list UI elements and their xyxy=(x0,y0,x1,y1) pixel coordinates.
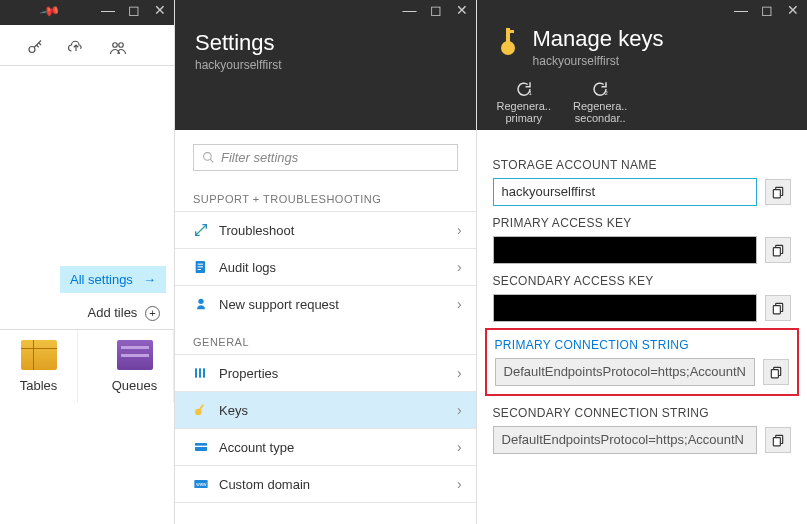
row-keys[interactable]: Keys › xyxy=(175,391,476,428)
section-header-general: GENERAL xyxy=(175,322,476,354)
tables-icon xyxy=(21,340,57,370)
account-type-icon xyxy=(193,439,209,455)
blade-title: Manage keys xyxy=(533,26,664,52)
troubleshoot-icon xyxy=(193,222,209,238)
chevron-right-icon: › xyxy=(457,259,462,275)
chevron-right-icon: › xyxy=(457,476,462,492)
highlighted-region: PRIMARY CONNECTION STRING DefaultEndpoin… xyxy=(485,328,799,396)
key-icon xyxy=(495,26,521,59)
svg-rect-26 xyxy=(773,248,780,256)
chevron-right-icon: › xyxy=(457,402,462,418)
key-icon[interactable] xyxy=(24,39,46,57)
maximize-icon[interactable]: ◻ xyxy=(428,2,444,18)
row-audit-logs[interactable]: Audit logs › xyxy=(175,248,476,285)
plus-icon: + xyxy=(145,306,160,321)
svg-rect-6 xyxy=(198,266,203,267)
copy-button[interactable] xyxy=(765,295,791,321)
blade-subtitle: hackyourselffirst xyxy=(175,56,476,72)
svg-point-0 xyxy=(29,47,35,53)
tile-label: Tables xyxy=(4,378,73,393)
settings-blade: — ◻ ✕ Settings hackyourselffirst Filter … xyxy=(175,0,477,524)
filter-input[interactable]: Filter settings xyxy=(193,144,458,171)
close-icon[interactable]: ✕ xyxy=(454,2,470,18)
tiles-row: Tables Queues xyxy=(0,329,174,403)
svg-rect-32 xyxy=(773,438,780,446)
tile-queues[interactable]: Queues xyxy=(96,330,174,403)
properties-icon xyxy=(193,365,209,381)
row-properties[interactable]: Properties › xyxy=(175,354,476,391)
maximize-icon[interactable]: ◻ xyxy=(759,2,775,18)
audit-logs-icon xyxy=(193,259,209,275)
svg-point-3 xyxy=(204,153,212,161)
copy-button[interactable] xyxy=(765,237,791,263)
svg-rect-28 xyxy=(773,306,780,314)
svg-rect-30 xyxy=(771,370,778,378)
cloud-icon[interactable] xyxy=(64,39,88,57)
pin-icon[interactable]: 📌 xyxy=(39,0,61,21)
chevron-right-icon: › xyxy=(457,439,462,455)
svg-text:1: 1 xyxy=(528,90,532,96)
section-header-support: SUPPORT + TROUBLESHOOTING xyxy=(175,179,476,211)
queues-icon xyxy=(117,340,153,370)
field-primary-connection[interactable]: DefaultEndpointsProtocol=https;AccountN xyxy=(495,358,755,386)
svg-rect-9 xyxy=(195,368,197,377)
svg-point-1 xyxy=(113,43,118,48)
row-troubleshoot[interactable]: Troubleshoot › xyxy=(175,211,476,248)
all-settings-link[interactable]: All settings → xyxy=(60,266,166,293)
row-custom-domain[interactable]: wwwCustom domain › xyxy=(175,465,476,503)
custom-domain-icon: www xyxy=(193,476,209,492)
label-primary-key: PRIMARY ACCESS KEY xyxy=(493,216,791,230)
users-icon[interactable] xyxy=(106,39,130,57)
maximize-icon[interactable]: ◻ xyxy=(126,2,142,18)
add-tiles-button[interactable]: Add tiles + xyxy=(0,293,174,329)
resource-blade: 📌 — ◻ ✕ All settings → Add tiles + Table… xyxy=(0,0,175,524)
label-secondary-key: SECONDARY ACCESS KEY xyxy=(493,274,791,288)
field-primary-key[interactable] xyxy=(493,236,757,264)
col1-topbar: 📌 — ◻ ✕ xyxy=(0,0,174,25)
search-icon xyxy=(202,151,215,164)
label-storage-name: STORAGE ACCOUNT NAME xyxy=(493,158,791,172)
label-primary-connection: PRIMARY CONNECTION STRING xyxy=(495,338,789,352)
arrow-right-icon: → xyxy=(143,272,156,287)
svg-rect-24 xyxy=(773,190,780,198)
chevron-right-icon: › xyxy=(457,222,462,238)
support-icon xyxy=(193,296,209,312)
keys-icon xyxy=(193,402,209,418)
field-secondary-key[interactable] xyxy=(493,294,757,322)
copy-button[interactable] xyxy=(765,427,791,453)
svg-rect-7 xyxy=(198,269,201,270)
svg-rect-15 xyxy=(195,446,207,447)
svg-rect-13 xyxy=(199,404,204,411)
close-icon[interactable]: ✕ xyxy=(785,2,801,18)
field-storage-name[interactable]: hackyourselffirst xyxy=(493,178,757,206)
svg-text:2: 2 xyxy=(605,90,609,96)
minimize-icon[interactable]: — xyxy=(733,2,749,18)
copy-button[interactable] xyxy=(763,359,789,385)
keys-pane: STORAGE ACCOUNT NAME hackyourselffirst P… xyxy=(477,130,807,454)
label-secondary-connection: SECONDARY CONNECTION STRING xyxy=(493,406,791,420)
svg-rect-5 xyxy=(198,264,203,265)
col2-topbar: — ◻ ✕ Settings hackyourselffirst xyxy=(175,0,476,130)
close-icon[interactable]: ✕ xyxy=(152,2,168,18)
chevron-right-icon: › xyxy=(457,365,462,381)
manage-keys-blade: — ◻ ✕ Manage keys hackyourselffirst 1 Re… xyxy=(477,0,807,524)
chevron-right-icon: › xyxy=(457,296,462,312)
copy-button[interactable] xyxy=(765,179,791,205)
tile-label: Queues xyxy=(100,378,169,393)
row-account-type[interactable]: Account type › xyxy=(175,428,476,465)
svg-text:www: www xyxy=(196,482,207,487)
minimize-icon[interactable]: — xyxy=(402,2,418,18)
col3-topbar: — ◻ ✕ Manage keys hackyourselffirst 1 Re… xyxy=(477,0,807,130)
regenerate-secondary-button[interactable]: 2 Regenera.. secondar.. xyxy=(573,80,627,124)
field-secondary-connection[interactable]: DefaultEndpointsProtocol=https;AccountN xyxy=(493,426,757,454)
row-new-support[interactable]: New support request › xyxy=(175,285,476,322)
svg-rect-11 xyxy=(203,368,205,377)
svg-rect-20 xyxy=(506,30,514,33)
essentials-icons xyxy=(0,25,174,65)
svg-point-2 xyxy=(119,43,124,48)
blade-subtitle: hackyourselffirst xyxy=(533,52,664,68)
tile-tables[interactable]: Tables xyxy=(0,330,78,403)
all-settings-label: All settings xyxy=(70,272,133,287)
minimize-icon[interactable]: — xyxy=(100,2,116,18)
regenerate-primary-button[interactable]: 1 Regenera.. primary xyxy=(497,80,551,124)
